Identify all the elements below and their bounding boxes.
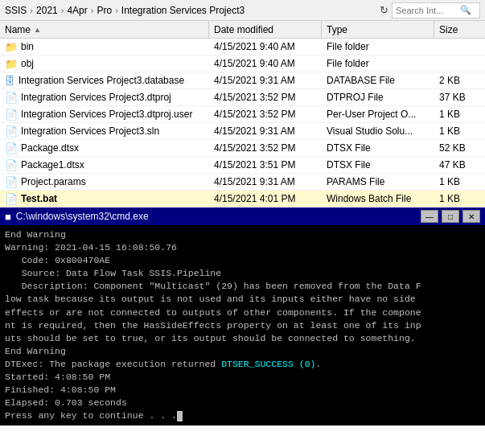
file-type-cell: Visual Studio Solu... [322,123,434,139]
file-name-cell: 📄 Integration Services Project3.sln [0,123,209,139]
file-date-cell: 4/15/2021 4:01 PM [209,191,322,207]
header-date[interactable]: Date modified [209,21,322,38]
file-name: bin [21,41,34,52]
file-type-cell: Per-User Project O... [322,106,434,122]
table-row[interactable]: 🗄 Integration Services Project3.database… [0,72,485,89]
file-size-cell: 37 KB [434,89,483,105]
table-row[interactable]: 📁 obj 4/15/2021 9:40 AM File folder [0,55,485,72]
file-name-cell: 📁 bin [0,39,209,55]
file-type-cell: File folder [322,55,434,72]
breadcrumb-ssis[interactable]: SSIS [5,5,27,16]
cmd-cursor [177,411,183,421]
file-type-cell: Windows Batch File [322,191,434,207]
cmd-line: Press any key to continue . . . [5,410,183,421]
table-row[interactable]: 📄 Project.params 4/15/2021 9:31 AM PARAM… [0,174,485,191]
header-type[interactable]: Type [322,21,434,38]
file-size-cell: 2 KB [434,72,483,88]
file-name: obj [21,58,34,69]
file-table-header: Name ▲ Date modified Type Size [0,21,485,39]
cmd-line: End Warning [5,346,66,356]
search-input[interactable] [396,6,460,15]
breadcrumb-project[interactable]: Integration Services Project3 [121,5,245,16]
file-name: Integration Services Project3.sln [21,125,159,137]
cmd-line: Code: 0x800470AE [5,255,110,265]
file-name-cell: 📄 Project.params [0,174,209,190]
file-explorer: Name ▲ Date modified Type Size 📁 bin 4/1… [0,21,485,208]
file-name-cell: 📄 Test.bat [0,191,209,207]
header-name[interactable]: Name ▲ [0,21,209,38]
cmd-line: effects or are not connected to outputs … [5,307,421,318]
file-name: Integration Services Project3.dtproj [21,92,171,103]
file-icon: 📁 [5,58,18,70]
file-name: Package1.dtsx [21,159,84,171]
table-row[interactable]: 📁 bin 4/15/2021 9:40 AM File folder [0,39,485,55]
cmd-close-button[interactable]: ✕ [462,210,480,223]
file-name-cell: 📁 obj [0,55,209,72]
file-size-cell: 1 KB [434,123,483,139]
file-date-cell: 4/15/2021 3:52 PM [209,106,322,122]
file-icon: 📄 [5,159,18,171]
cmd-line: Description: Component "Multicast" (29) … [5,281,421,291]
file-size-cell: 47 KB [434,157,483,173]
file-size-cell: 1 KB [434,174,483,190]
cmd-icon: ■ [5,211,11,223]
table-row[interactable]: 📄 Integration Services Project3.dtproj.u… [0,106,485,123]
file-rows-container: 📁 bin 4/15/2021 9:40 AM File folder 📁 ob… [0,39,485,208]
cmd-controls: — □ ✕ [421,210,480,223]
file-size-cell [434,55,483,72]
cmd-line: Warning: 2021-04-15 16:08:50.76 [5,242,177,253]
file-icon: 📄 [5,176,18,188]
cmd-line: Finished: 4:08:50 PM [5,384,116,395]
header-size[interactable]: Size [434,21,483,38]
breadcrumb-sep-4: › [115,6,118,15]
cmd-title: C:\windows\system32\cmd.exe [16,211,421,222]
file-date-cell: 4/15/2021 9:40 AM [209,55,322,72]
file-size-cell: 1 KB [434,106,483,122]
table-row[interactable]: 📄 Test.bat 4/15/2021 4:01 PM Windows Bat… [0,191,485,208]
refresh-button[interactable]: ↻ [376,4,392,16]
cmd-line: uts should be set to true, or its output… [5,333,416,343]
search-icon: 🔍 [460,5,471,15]
file-name: Integration Services Project3.database [18,75,184,86]
file-date-cell: 4/15/2021 3:51 PM [209,157,322,173]
cmd-line: low task because its output is not used … [5,294,421,304]
file-name: Project.params [21,176,86,187]
cmd-line: End Warning [5,229,66,240]
cmd-line: Source: Data Flow Task SSIS.Pipeline [5,268,221,278]
file-name-cell: 📄 Integration Services Project3.dtproj.u… [0,106,209,122]
file-name-cell: 📄 Integration Services Project3.dtproj [0,89,209,105]
table-row[interactable]: 📄 Integration Services Project3.sln 4/15… [0,123,485,140]
table-row[interactable]: 📄 Package.dtsx 4/15/2021 3:52 PM DTSX Fi… [0,140,485,157]
breadcrumb-sep-3: › [91,6,94,15]
breadcrumb-4apr[interactable]: 4Apr [67,5,87,16]
file-type-cell: DATABASE File [322,72,434,88]
search-box: 🔍 [392,2,480,18]
cmd-line: Elapsed: 0.703 seconds [5,397,127,408]
file-name: Test.bat [21,193,57,204]
file-date-cell: 4/15/2021 9:31 AM [209,72,322,88]
cmd-highlight: DTSER_SUCCESS (0) [221,359,315,369]
table-row[interactable]: 📄 Integration Services Project3.dtproj 4… [0,89,485,106]
file-icon: 📄 [5,125,18,138]
breadcrumb-sep-1: › [30,6,33,15]
file-icon: 📄 [5,109,18,121]
file-type-cell: DTPROJ File [322,89,434,105]
file-name-cell: 📄 Package.dtsx [0,140,209,156]
file-type-cell: DTSX File [322,140,434,156]
cmd-maximize-button[interactable]: □ [442,210,459,223]
file-icon: 📄 [5,142,18,154]
table-row[interactable]: 📄 Package1.dtsx 4/15/2021 3:51 PM DTSX F… [0,157,485,174]
cmd-line: DTExec: The package execution returned D… [5,359,321,369]
breadcrumb-bar: SSIS › 2021 › 4Apr › Pro › Integration S… [0,0,485,21]
file-date-cell: 4/15/2021 9:40 AM [209,39,322,55]
breadcrumb-2021[interactable]: 2021 [36,5,58,16]
file-name: Integration Services Project3.dtproj.use… [21,109,192,120]
file-date-cell: 4/15/2021 3:52 PM [209,140,322,156]
breadcrumb-pro[interactable]: Pro [97,5,112,16]
file-date-cell: 4/15/2021 9:31 AM [209,174,322,190]
breadcrumb-path: SSIS › 2021 › 4Apr › Pro › Integration S… [5,5,376,16]
sort-arrow: ▲ [34,26,41,34]
cmd-content: End Warning Warning: 2021-04-15 16:08:50… [0,225,485,425]
file-type-cell: DTSX File [322,157,434,173]
cmd-minimize-button[interactable]: — [421,210,438,223]
